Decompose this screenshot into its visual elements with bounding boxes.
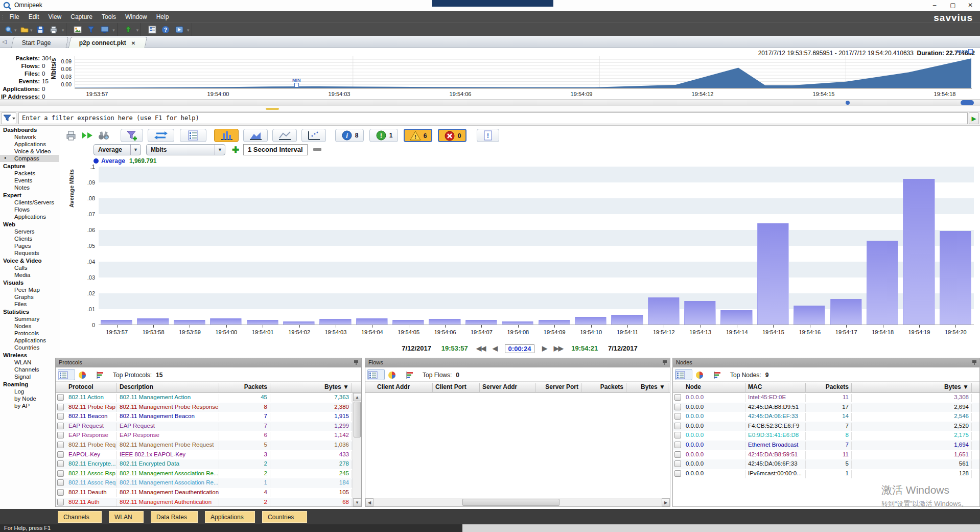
pie-chart-icon[interactable] — [387, 369, 404, 380]
sidebar-item-log[interactable]: Log — [0, 388, 59, 395]
sort-bars-icon[interactable] — [713, 369, 730, 380]
table-row[interactable]: 802.11 Auth802.11 Management Authenticat… — [56, 498, 361, 506]
chart-bar[interactable] — [575, 317, 606, 325]
help-icon[interactable]: ? — [160, 25, 171, 35]
row-checkbox[interactable] — [57, 442, 64, 448]
column-header-bytes-[interactable]: Bytes ▼ — [626, 383, 668, 392]
sidebar-item-flows[interactable]: Flows — [0, 206, 59, 213]
footer-button-channels[interactable]: Channels — [58, 511, 102, 523]
table-row[interactable]: 802.11 Assoc Rsp802.11 Management Associ… — [56, 469, 361, 479]
row-checkbox[interactable] — [674, 423, 681, 429]
sidebar-item-files[interactable]: Files — [0, 300, 59, 308]
chart-bar[interactable] — [757, 223, 789, 325]
list-view-icon[interactable] — [58, 369, 75, 380]
table-row[interactable]: EAP RequestEAP Request71,299 — [56, 422, 361, 431]
overflow-chevron[interactable]: ▾ — [136, 25, 139, 33]
notice-events-button[interactable]: !1 — [369, 129, 398, 142]
chevron-down-icon[interactable]: ▾ — [14, 25, 17, 33]
timeline-max-marker[interactable] — [968, 49, 973, 54]
chart-bar[interactable] — [137, 318, 169, 325]
column-header-protocol[interactable]: Protocol — [66, 383, 117, 392]
row-checkbox[interactable] — [674, 404, 681, 410]
table-row[interactable]: 0.0.0.0IPv6mcast:00:00:0...1128 — [673, 469, 979, 479]
row-checkbox[interactable] — [57, 423, 64, 429]
sidebar-item-compass[interactable]: Compass — [0, 155, 59, 162]
sidebar-item-applications[interactable]: Applications — [0, 337, 59, 344]
table-row[interactable]: 802.11 Deauth802.11 Management Deauthent… — [56, 488, 361, 498]
sidebar-item-clients[interactable]: Clients — [0, 235, 59, 242]
swap-direction-button[interactable] — [148, 129, 174, 142]
table-row[interactable]: 802.11 Assoc Req802.11 Management Associ… — [56, 478, 361, 488]
row-checkbox[interactable] — [57, 470, 64, 477]
open-folder-icon[interactable] — [19, 25, 30, 35]
run-icon[interactable] — [174, 25, 184, 35]
units-select[interactable]: Mbits▼ — [146, 144, 225, 155]
horizontal-splitter[interactable] — [0, 105, 980, 111]
binoculars-icon[interactable] — [98, 130, 110, 141]
table-row[interactable]: 802.11 Encrypte...802.11 Encrypted Data2… — [56, 459, 361, 469]
scroll-thumb[interactable] — [462, 499, 559, 506]
footer-button-applications[interactable]: Applications — [205, 511, 255, 523]
upload-icon[interactable] — [123, 25, 133, 35]
menu-help[interactable]: Help — [152, 11, 174, 22]
sort-bars-icon[interactable] — [405, 369, 423, 380]
column-header-packets[interactable]: Packets — [219, 383, 270, 392]
chart-bar[interactable] — [210, 318, 242, 325]
row-checkbox[interactable] — [674, 460, 681, 467]
sidebar-item-voice-video[interactable]: Voice & Video — [0, 148, 59, 155]
scroll-down-icon[interactable]: ▼ — [353, 498, 361, 506]
timeline-slider-dot[interactable] — [846, 101, 850, 105]
chart-bar[interactable] — [101, 320, 132, 325]
row-checkbox[interactable] — [674, 470, 681, 477]
scroll-thumb[interactable] — [354, 402, 361, 437]
row-checkbox[interactable] — [57, 394, 64, 401]
sort-bars-icon[interactable] — [96, 369, 113, 380]
table-row[interactable]: 0.0.0.042:45:DA:06:EF:33142,546 — [673, 412, 979, 422]
sidebar-item-peer-map[interactable]: Peer Map — [0, 286, 59, 293]
overflow-chevron[interactable]: ▾ — [187, 25, 190, 33]
aggregate-select[interactable]: Average▼ — [94, 144, 141, 155]
sidebar-item-applications[interactable]: Applications — [0, 213, 59, 220]
column-header-packets[interactable]: Packets — [806, 383, 852, 392]
timeline-scrollbar[interactable] — [0, 99, 980, 105]
sidebar-item-signal[interactable]: Signal — [0, 373, 59, 380]
monitor-icon[interactable] — [100, 25, 110, 35]
sidebar-item-channels[interactable]: Channels — [0, 366, 59, 373]
pin-icon[interactable] — [972, 360, 977, 365]
sidebar-item-by-ap[interactable]: by AP — [0, 402, 59, 409]
row-checkbox[interactable] — [57, 499, 64, 505]
menu-tools[interactable]: Tools — [97, 11, 121, 22]
column-header-node[interactable]: Node — [683, 383, 745, 392]
forward-icon[interactable]: ▶ — [542, 344, 547, 352]
rewind-fast-icon[interactable]: ◀◀ — [476, 344, 485, 352]
sidebar-item-pages[interactable]: Pages — [0, 242, 59, 249]
pin-icon[interactable] — [662, 360, 667, 365]
filter-menu-button[interactable] — [1, 112, 16, 124]
print-icon[interactable] — [49, 25, 59, 35]
details-list-button[interactable] — [180, 129, 206, 142]
column-header-packets[interactable]: Packets — [581, 383, 626, 392]
sidebar-item-countries[interactable]: Countries — [0, 344, 59, 351]
overflow-chevron[interactable]: ▾ — [112, 25, 115, 33]
sidebar-item-applications[interactable]: Applications — [0, 141, 59, 148]
filter-add-button[interactable] — [121, 129, 143, 142]
chart-bar[interactable] — [539, 320, 570, 325]
menu-view[interactable]: View — [43, 11, 66, 22]
chart-bar[interactable] — [720, 310, 752, 325]
column-header-client-port[interactable]: Client Port — [433, 383, 480, 392]
time-window-value[interactable]: 0:00:24 — [505, 344, 535, 353]
vertical-scrollbar[interactable]: ▲▼ — [353, 393, 361, 506]
row-checkbox[interactable] — [57, 432, 64, 438]
list-view-icon[interactable] — [367, 369, 385, 380]
overflow-chevron[interactable]: ▾ — [62, 25, 64, 33]
row-checkbox[interactable] — [57, 460, 64, 467]
search-icon[interactable] — [4, 25, 14, 35]
apply-filter-icon[interactable]: ▶ — [969, 112, 979, 124]
chart-bar[interactable] — [648, 297, 680, 325]
tab-start-page[interactable]: Start Page — [11, 37, 69, 48]
menu-edit[interactable]: Edit — [24, 11, 44, 22]
sidebar-item-requests[interactable]: Requests — [0, 249, 59, 257]
tab-scroll-left-icon[interactable]: ◁ — [2, 38, 6, 45]
chart-bar[interactable] — [940, 231, 971, 325]
chart-bar[interactable] — [319, 319, 351, 325]
